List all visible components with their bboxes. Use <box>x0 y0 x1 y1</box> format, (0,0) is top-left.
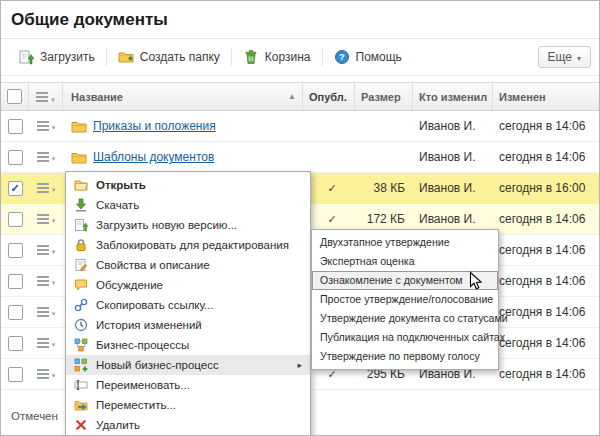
chevron-down-icon <box>52 212 56 226</box>
select-all-checkbox[interactable] <box>7 89 22 104</box>
menu-item-new-business-process[interactable]: Новый бизнес-процесс ▸ <box>66 355 310 375</box>
row-checkbox-checked[interactable] <box>8 181 23 196</box>
published-check <box>303 142 355 172</box>
help-icon: ? <box>334 49 350 65</box>
sort-asc-icon: ▲ <box>288 92 296 101</box>
new-business-process-icon <box>74 358 89 373</box>
row-menu-button[interactable] <box>37 181 56 195</box>
folder-link[interactable]: Шаблоны документов <box>93 150 214 164</box>
hamburger-icon <box>37 121 49 131</box>
menu-item-properties[interactable]: Свойства и описание <box>66 255 310 275</box>
row-checkbox[interactable] <box>8 305 23 320</box>
menu-item-move[interactable]: Переместить... <box>66 395 310 415</box>
chevron-down-icon <box>52 119 56 133</box>
table-row[interactable]: Шаблоны документов Иванов И. сегодня в 1… <box>1 142 599 173</box>
menu-item-label: Свойства и описание <box>96 259 210 271</box>
submenu-item-simple-approval-vote[interactable]: Простое утверждение/голосование <box>312 290 498 309</box>
column-header-size[interactable]: Размер <box>355 83 413 110</box>
menu-item-label: История изменений <box>96 319 202 331</box>
recycle-bin-button-label: Корзина <box>265 50 311 64</box>
create-folder-button[interactable]: Создать папку <box>109 44 229 70</box>
modified-date: сегодня в 14:06 <box>493 359 599 389</box>
menu-item-business-processes[interactable]: Бизнес-процессы <box>66 335 310 355</box>
menu-item-lock-for-editing[interactable]: Заблокировать для редактирования <box>66 235 310 255</box>
menu-item-download[interactable]: Скачать <box>66 195 310 215</box>
row-checkbox[interactable] <box>8 243 23 258</box>
row-menu-button[interactable] <box>37 367 56 381</box>
menu-item-open[interactable]: Открыть <box>66 175 310 195</box>
toolbar-separator <box>322 48 323 66</box>
table-row[interactable]: Приказы и положения Иванов И. сегодня в … <box>1 111 599 142</box>
chevron-down-icon <box>52 150 56 164</box>
column-header-modified-by[interactable]: Кто изменил <box>413 83 493 110</box>
submenu-item-two-step-approval[interactable]: Двухэтапное утверждение <box>312 233 498 252</box>
svg-text:?: ? <box>339 51 345 62</box>
menu-item-label: Новый бизнес-процесс <box>96 359 219 371</box>
folder-icon <box>71 120 87 133</box>
column-header-name[interactable]: Название ▲ <box>63 83 303 110</box>
header-menu-button[interactable] <box>36 88 55 106</box>
chevron-down-icon <box>52 181 56 195</box>
row-menu-button[interactable] <box>37 336 56 350</box>
upload-button-label: Загрузить <box>40 50 95 64</box>
recycle-bin-button[interactable]: Корзина <box>234 44 320 70</box>
history-icon <box>74 318 89 333</box>
shared-documents-page: Общие документы Загрузить Создать папку … <box>0 0 600 436</box>
copy-link-icon <box>74 298 89 313</box>
column-header-modified[interactable]: Изменен <box>493 83 599 110</box>
row-checkbox[interactable] <box>8 119 23 134</box>
help-button[interactable]: ? Помощь <box>325 44 411 70</box>
row-menu-button[interactable] <box>37 150 56 164</box>
open-icon <box>74 178 89 193</box>
row-checkbox[interactable] <box>8 367 23 382</box>
file-size <box>355 111 413 141</box>
modified-date: сегодня в 14:06 <box>493 328 599 358</box>
menu-item-label: Открыть <box>96 179 146 191</box>
modified-by: Иванов И. <box>413 173 493 203</box>
row-menu-button[interactable] <box>37 305 56 319</box>
row-checkbox[interactable] <box>8 336 23 351</box>
row-menu-button[interactable] <box>37 212 56 226</box>
menu-item-label: Переименовать... <box>96 379 190 391</box>
menu-item-rename[interactable]: Переименовать... <box>66 375 310 395</box>
menu-item-delete[interactable]: Удалить <box>66 415 310 435</box>
column-header-published[interactable]: Опубл. <box>303 83 355 110</box>
chevron-down-icon <box>52 243 56 257</box>
menu-item-label: Скачать <box>96 199 139 211</box>
row-checkbox[interactable] <box>8 150 23 165</box>
chevron-down-icon <box>52 336 56 350</box>
upload-version-icon <box>74 218 89 233</box>
published-check <box>303 111 355 141</box>
menu-item-copy-link[interactable]: Скопировать ссылку... <box>66 295 310 315</box>
hamburger-icon <box>37 245 49 255</box>
submenu-item-publish-to-sites[interactable]: Публикация на подключенных сайтах <box>312 328 498 347</box>
modified-date: сегодня в 14:06 <box>493 142 599 172</box>
folder-link[interactable]: Приказы и положения <box>93 119 216 133</box>
menu-item-upload-new-version[interactable]: Загрузить новую версию... <box>66 215 310 235</box>
row-menu-button[interactable] <box>37 274 56 288</box>
upload-button[interactable]: Загрузить <box>9 44 104 70</box>
row-checkbox[interactable] <box>8 212 23 227</box>
submenu-item-status-approval[interactable]: Утверждение документа со статусами <box>312 309 498 328</box>
chevron-down-icon <box>577 50 581 64</box>
more-button[interactable]: Еще <box>538 46 591 68</box>
row-checkbox[interactable] <box>8 274 23 289</box>
modified-date: сегодня в 14:06 <box>493 235 599 265</box>
menu-item-discussion[interactable]: Обсуждение <box>66 275 310 295</box>
rename-icon <box>74 378 89 393</box>
modified-date: сегодня в 14:06 <box>493 297 599 327</box>
row-menu-button[interactable] <box>37 243 56 257</box>
row-menu-button[interactable] <box>37 119 56 133</box>
hamburger-icon <box>37 152 49 162</box>
menu-item-history[interactable]: История изменений <box>66 315 310 335</box>
download-icon <box>74 198 89 213</box>
menu-item-label: Обсуждение <box>96 279 163 291</box>
menu-item-label: Удалить <box>96 419 140 431</box>
modified-date: сегодня в 14:06 <box>493 204 599 234</box>
menu-item-label: Бизнес-процессы <box>96 339 189 351</box>
submenu-item-expert-review[interactable]: Экспертная оценка <box>312 252 498 271</box>
more-button-label: Еще <box>548 50 572 64</box>
lock-icon <box>74 238 89 253</box>
submenu-item-first-vote-approval[interactable]: Утверждение по первому голосу <box>312 347 498 366</box>
hamburger-icon <box>37 214 49 224</box>
